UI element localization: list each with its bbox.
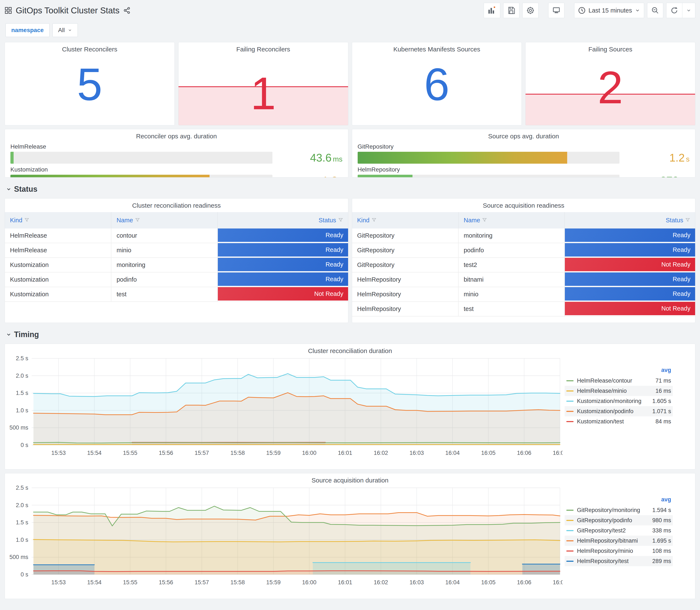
- refresh-button[interactable]: [666, 3, 682, 18]
- section-status[interactable]: Status: [6, 185, 695, 194]
- namespace-variable-label[interactable]: namespace: [5, 23, 50, 37]
- svg-text:1.0 s: 1.0 s: [16, 537, 28, 543]
- share-icon[interactable]: [123, 7, 130, 14]
- gauge-fill: [358, 175, 413, 177]
- legend-series-label[interactable]: Kustomization/monitoring: [577, 398, 641, 404]
- column-header-kind[interactable]: Kind: [5, 212, 111, 228]
- svg-text:16:01: 16:01: [338, 450, 352, 456]
- status-badge: Ready: [218, 258, 348, 271]
- stat-panel-title[interactable]: Cluster Reconcilers: [5, 42, 175, 53]
- dashboard-settings-button[interactable]: [522, 3, 538, 18]
- name-cell: podinfo: [111, 272, 217, 287]
- svg-text:2.0 s: 2.0 s: [16, 502, 28, 509]
- legend-series-label[interactable]: GitRepository/test2: [577, 527, 641, 534]
- legend-series-label[interactable]: HelmRepository/bitnami: [577, 537, 641, 544]
- table-row: KustomizationpodinfoReady: [5, 272, 348, 287]
- stat-panel-title[interactable]: Failing Sources: [525, 42, 695, 53]
- stat-panel: Kubernetes Manifests Sources6: [352, 42, 522, 125]
- cycle-view-mode-button[interactable]: [548, 3, 565, 18]
- name-cell: monitoring: [458, 228, 565, 243]
- legend-series-dash: [566, 401, 573, 402]
- timeseries-plot[interactable]: 15:5315:5415:5515:5615:5715:5815:5916:00…: [8, 484, 563, 588]
- section-timing-label: Timing: [14, 330, 39, 339]
- stat-value: 5: [5, 61, 175, 107]
- section-timing[interactable]: Timing: [6, 330, 695, 339]
- gauge-fill: [11, 152, 14, 164]
- gauge-track: [358, 175, 620, 177]
- zoom-out-time-button[interactable]: [647, 3, 663, 18]
- name-cell: minio: [458, 287, 565, 302]
- dashboards-grid-icon[interactable]: [5, 7, 12, 14]
- table-panel-title[interactable]: Source acquisition readiness: [352, 198, 695, 209]
- svg-text:15:55: 15:55: [123, 450, 137, 456]
- svg-text:16:02: 16:02: [374, 450, 388, 456]
- svg-text:0 s: 0 s: [21, 571, 28, 578]
- legend-series-avg: 289 ms: [641, 558, 671, 564]
- table-row: HelmRepositorybitnamiReady: [352, 272, 695, 287]
- svg-text:16:07: 16:07: [553, 450, 563, 456]
- clock-icon: [578, 7, 585, 14]
- add-panel-button[interactable]: [484, 3, 500, 18]
- column-header-kind[interactable]: Kind: [352, 212, 458, 228]
- legend-series-label[interactable]: GitRepository/monitoring: [577, 507, 641, 514]
- svg-text:16:07: 16:07: [553, 579, 563, 585]
- svg-text:16:00: 16:00: [302, 579, 316, 585]
- gauges-row: Reconciler ops avg. durationHelmRelease4…: [5, 129, 695, 177]
- legend-series-label[interactable]: HelmRelease/minio: [577, 388, 641, 394]
- chart-body: 15:5315:5415:5515:5615:5715:5815:5916:00…: [5, 354, 695, 469]
- refresh-interval-dropdown[interactable]: [682, 3, 695, 18]
- column-header-name[interactable]: Name: [458, 212, 565, 228]
- legend-series-dash: [566, 530, 573, 531]
- chart-panel-title[interactable]: Source acquisition duration: [5, 473, 695, 484]
- svg-text:2.5 s: 2.5 s: [16, 485, 28, 491]
- legend-series-label[interactable]: Kustomization/podinfo: [577, 408, 641, 415]
- svg-text:16:06: 16:06: [517, 450, 532, 456]
- time-range-picker[interactable]: Last 15 minutes: [574, 3, 644, 18]
- gauge-line: 879ms: [358, 174, 690, 177]
- legend-series-avg: 1.071 s: [641, 408, 671, 415]
- table-panel-title[interactable]: Cluster reconciliation readiness: [5, 198, 348, 209]
- column-header-status[interactable]: Status: [217, 212, 348, 228]
- chart-panel-title[interactable]: Cluster reconciliation duration: [5, 344, 695, 354]
- save-dashboard-button[interactable]: [503, 3, 519, 18]
- status-badge: Ready: [218, 272, 348, 286]
- chart-body: 15:5315:5415:5515:5615:5715:5815:5916:00…: [5, 484, 695, 599]
- gauge-value: 1.2s: [619, 151, 689, 164]
- status-cell: Ready: [565, 272, 695, 287]
- gauge-value: 43.6ms: [273, 151, 343, 164]
- chevron-down-icon: [6, 332, 12, 337]
- legend-series-label[interactable]: GitRepository/podinfo: [577, 517, 641, 524]
- legend-series-label[interactable]: Kustomization/test: [577, 418, 641, 425]
- time-range-label: Last 15 minutes: [588, 7, 632, 14]
- svg-text:15:58: 15:58: [230, 579, 245, 585]
- table-row: HelmRepositorytestNot Ready: [352, 302, 695, 316]
- svg-text:500 ms: 500 ms: [9, 424, 28, 431]
- name-cell: contour: [111, 228, 217, 243]
- dashboard-toolbar: Last 15 minutes: [484, 3, 695, 18]
- gauge-row: HelmRelease43.6ms: [11, 143, 343, 164]
- svg-text:16:02: 16:02: [374, 579, 388, 585]
- status-cell: Ready: [217, 272, 348, 287]
- readiness-table: KindNameStatusGitRepositorymonitoringRea…: [352, 212, 695, 317]
- stat-panel-title[interactable]: Failing Reconcilers: [179, 42, 348, 53]
- column-header-status[interactable]: Status: [565, 212, 695, 228]
- svg-text:15:58: 15:58: [230, 450, 245, 456]
- svg-text:15:54: 15:54: [87, 579, 101, 585]
- gauge-panel-title[interactable]: Source ops avg. duration: [357, 129, 691, 140]
- namespace-variable-value[interactable]: All: [52, 23, 78, 37]
- gauge-track: [358, 152, 620, 164]
- gauge-row: Kustomization1.3s: [11, 166, 343, 177]
- chart-legend: avgHelmRelease/contour71 msHelmRelease/m…: [563, 355, 678, 468]
- charts-column: Cluster reconciliation duration15:5315:5…: [5, 344, 695, 599]
- legend-series-label[interactable]: HelmRepository/test: [577, 558, 641, 564]
- legend-series-label[interactable]: HelmRelease/contour: [577, 378, 641, 384]
- timeseries-plot[interactable]: 15:5315:5415:5515:5615:5715:5815:5916:00…: [8, 355, 563, 458]
- status-badge: Ready: [565, 272, 695, 286]
- gauge-rows: GitRepository1.2sHelmRepository879ms: [357, 140, 691, 177]
- gauge-panel-title[interactable]: Reconciler ops avg. duration: [10, 129, 343, 140]
- svg-text:15:54: 15:54: [87, 450, 101, 456]
- column-header-name[interactable]: Name: [111, 212, 217, 228]
- chart-legend: avgGitRepository/monitoring1.594 sGitRep…: [563, 484, 678, 597]
- legend-series-label[interactable]: HelmRepository/minio: [577, 548, 641, 554]
- stat-panel-title[interactable]: Kubernetes Manifests Sources: [352, 42, 522, 53]
